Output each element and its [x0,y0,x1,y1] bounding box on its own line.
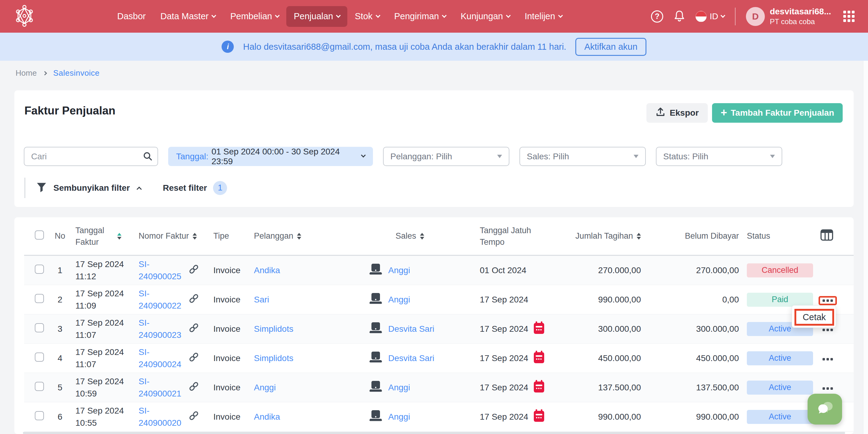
apps-grid-icon[interactable] [843,11,855,22]
nav-item-pengiriman[interactable]: Pengiriman [387,6,454,27]
page-scrollbar[interactable] [863,61,868,434]
laptop-icon [369,380,383,395]
nav-item-data-master[interactable]: Data Master [153,6,223,27]
search-input[interactable] [24,147,158,166]
row-checkbox[interactable] [35,411,44,420]
sales-link[interactable]: Anggi [388,295,410,305]
col-pelanggan[interactable]: Pelanggan [251,231,352,241]
row-checkbox[interactable] [35,323,44,332]
info-icon: i [222,40,234,53]
sales-cell: Anggi [352,410,477,424]
sales-link[interactable]: Anggi [388,383,410,393]
link-icon[interactable] [188,264,199,277]
row-menu-button[interactable] [818,355,837,364]
ellipsis-icon [823,358,833,361]
link-icon[interactable] [188,322,199,335]
bell-icon[interactable] [674,10,685,23]
row-checkbox[interactable] [35,294,44,303]
reset-filter-button[interactable]: Reset filter 1 [163,181,227,195]
link-icon[interactable] [188,293,199,306]
chat-launcher-button[interactable] [808,394,842,425]
link-icon[interactable] [188,351,199,365]
row-menu-button[interactable] [818,384,837,393]
language-selector[interactable]: ID [695,11,724,22]
customer-link[interactable]: Simplidots [254,353,293,363]
user-menu[interactable]: D desvitasari68... PT coba coba [746,6,831,27]
customer-link[interactable]: Simplidots [254,324,293,334]
laptop-icon [369,263,383,277]
due-date: 17 Sep 2024 [480,353,528,363]
customer-link[interactable]: Andika [254,266,280,275]
row-checkbox[interactable] [35,265,44,274]
col-tanggal-faktur[interactable]: Tanggal Faktur [73,225,138,248]
horizontal-scrollbar[interactable] [23,432,845,434]
sales-link[interactable]: Desvita Sari [388,324,434,334]
invoice-link[interactable]: SI-240900024 [138,346,186,371]
breadcrumb-home[interactable]: Home [16,68,37,78]
invoice-link[interactable]: SI-240900023 [138,317,186,341]
nav-item-intelijen[interactable]: Intelijen [517,6,569,27]
col-nomor-faktur[interactable]: Nomor Faktur [138,231,213,241]
language-code: ID [710,11,718,21]
nav-item-penjualan[interactable]: Penjualan [286,6,347,27]
calendar-alert-icon [533,321,545,336]
col-sales[interactable]: Sales [352,231,477,241]
sales-link[interactable]: Anggi [388,266,410,275]
unpaid-amount: 0,00 [648,295,741,305]
due-date: 17 Sep 2024 [480,383,528,393]
status-filter-select[interactable]: Status: Pilih [656,147,782,166]
context-menu-item-cetak[interactable]: Cetak [795,309,834,326]
link-icon[interactable] [188,381,199,394]
customer-link[interactable]: Sari [254,295,269,304]
table-row: 1 17 Sep 202411:12 SI-240900025 Invoice … [24,256,854,285]
sales-link[interactable]: Desvita Sari [388,353,434,363]
nav-item-dasbor[interactable]: Dasbor [110,6,153,27]
invoice-date: 17 Sep 202410:55 [73,405,138,429]
nav-item-stok[interactable]: Stok [347,6,387,27]
col-tipe: Tipe [213,231,251,241]
activate-account-button[interactable]: Aktifkan akun [575,38,646,56]
sort-icon [193,233,197,240]
due-date: 01 Oct 2024 [480,266,526,275]
add-invoice-button[interactable]: + Tambah Faktur Penjualan [712,103,843,123]
laptop-icon [369,292,383,307]
link-icon[interactable] [188,410,199,423]
invoice-link[interactable]: SI-240900025 [138,258,186,283]
invoice-link[interactable]: SI-240900021 [138,375,186,400]
chevron-up-icon[interactable] [136,186,142,192]
unpaid-amount: 270.000,00 [648,266,741,275]
row-checkbox[interactable] [35,352,44,362]
date-range-filter[interactable]: Tanggal: 01 Sep 2024 00:00 - 30 Sep 2024… [168,147,373,166]
unpaid-amount: 137.500,00 [648,383,741,393]
sort-icon [420,233,424,240]
col-jumlah-tagihan[interactable]: Jumlah Tagihan [560,231,648,241]
export-button[interactable]: Ekspor [646,103,708,123]
customer-filter-select[interactable]: Pelanggan: Pilih [383,147,509,166]
nav-item-kunjungan[interactable]: Kunjungan [453,6,517,27]
customer-link[interactable]: Anggi [254,383,276,392]
nav-item-pembelian[interactable]: Pembelian [223,6,286,27]
help-icon[interactable]: ? [651,10,663,23]
invoice-link[interactable]: SI-240900020 [138,405,186,429]
status-badge: Active [747,410,813,424]
chevron-down-icon [506,13,511,18]
col-belum-dibayar: Belum Dibayar [648,231,741,241]
column-settings-button[interactable] [814,229,839,243]
search-box [24,147,158,166]
sales-filter-select[interactable]: Sales: Pilih [520,147,646,166]
hide-filter-toggle[interactable]: Sembunyikan filter [54,183,130,193]
customer-link[interactable]: Andika [254,412,280,422]
app-logo[interactable] [13,4,36,29]
sales-link[interactable]: Anggi [388,412,410,422]
row-checkbox[interactable] [35,382,44,391]
sort-icon [297,233,301,240]
funnel-icon [36,182,47,194]
row-menu-button[interactable] [818,296,837,305]
unpaid-amount: 450.000,00 [648,353,741,363]
invoice-link[interactable]: SI-240900022 [138,287,186,312]
total-amount: 990.000,00 [560,412,648,422]
table-body: 1 17 Sep 202411:12 SI-240900025 Invoice … [14,256,854,432]
invoice-date: 17 Sep 202411:07 [73,346,138,371]
sort-icon [117,233,121,240]
select-all-checkbox[interactable] [35,230,44,240]
